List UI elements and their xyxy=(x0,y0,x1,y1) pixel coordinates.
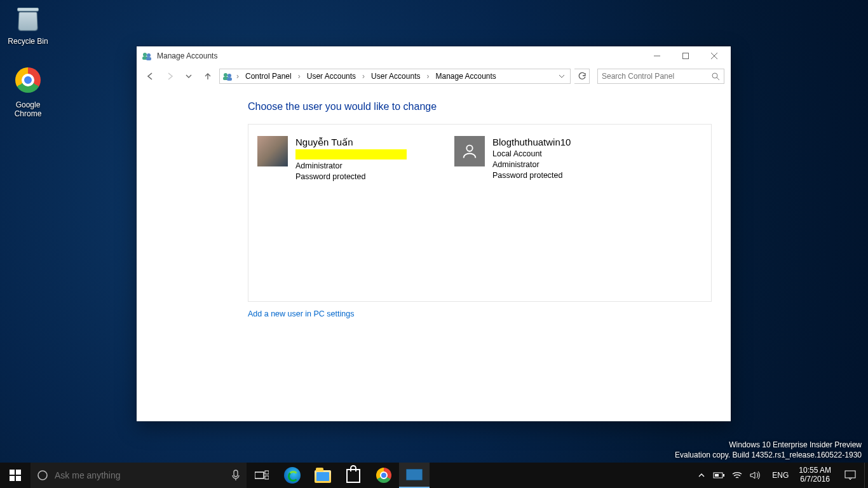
svg-rect-3 xyxy=(146,57,151,60)
chevron-right-icon[interactable]: › xyxy=(360,72,367,81)
show-desktop-button[interactable] xyxy=(864,463,868,488)
tray-overflow-button[interactable] xyxy=(693,463,710,488)
svg-point-14 xyxy=(466,146,472,151)
svg-point-1 xyxy=(147,53,151,57)
taskbar-chrome[interactable] xyxy=(369,463,399,488)
svg-point-9 xyxy=(227,74,231,78)
store-icon xyxy=(346,469,360,483)
taskbar-control-panel[interactable] xyxy=(399,463,430,488)
account-password-status: Password protected xyxy=(295,172,407,182)
svg-rect-20 xyxy=(234,470,238,477)
chevron-right-icon[interactable]: › xyxy=(424,72,431,81)
clock-time: 10:55 AM xyxy=(799,466,831,475)
chrome-icon xyxy=(376,468,391,483)
account-type: Local Account xyxy=(492,149,571,159)
redacted-text xyxy=(295,149,407,159)
close-button[interactable] xyxy=(700,46,728,65)
avatar xyxy=(257,136,288,166)
up-button[interactable] xyxy=(200,69,215,84)
back-button[interactable] xyxy=(143,69,158,84)
recycle-bin-icon xyxy=(13,4,43,34)
control-panel-window: Manage Accounts › Control Panel › User A… xyxy=(137,46,731,421)
svg-point-19 xyxy=(38,471,47,480)
wifi-icon[interactable] xyxy=(729,463,745,488)
taskbar-store[interactable] xyxy=(338,463,369,488)
svg-rect-26 xyxy=(715,474,719,477)
breadcrumb[interactable]: Control Panel xyxy=(243,71,294,82)
svg-rect-25 xyxy=(723,474,724,477)
action-center-button[interactable] xyxy=(836,463,864,488)
svg-rect-5 xyxy=(682,53,688,59)
chevron-right-icon[interactable]: › xyxy=(295,72,303,81)
maximize-button[interactable] xyxy=(671,46,700,65)
volume-icon[interactable] xyxy=(747,463,763,488)
control-panel-icon xyxy=(406,469,423,480)
task-view-button[interactable] xyxy=(247,463,277,488)
taskbar-file-explorer[interactable] xyxy=(308,463,338,488)
cortana-icon xyxy=(37,470,48,481)
breadcrumb[interactable]: User Accounts xyxy=(369,71,423,82)
watermark-line2: Evaluation copy. Build 14352.rs1_release… xyxy=(675,450,862,460)
page-heading: Choose the user you would like to change xyxy=(248,101,712,112)
system-tray xyxy=(689,463,767,488)
toolbar: › Control Panel › User Accounts › User A… xyxy=(137,65,731,87)
clock-date: 6/7/2016 xyxy=(799,475,831,484)
recycle-bin-label: Recycle Bin xyxy=(4,37,52,46)
taskbar: ENG 10:55 AM 6/7/2016 xyxy=(0,463,868,488)
forward-button[interactable] xyxy=(162,69,177,84)
svg-rect-18 xyxy=(16,476,21,481)
minimize-button[interactable] xyxy=(642,46,671,65)
account-tile[interactable]: Nguyễn Tuấn Administrator Password prote… xyxy=(257,136,429,290)
account-role: Administrator xyxy=(295,161,407,172)
search-icon[interactable] xyxy=(711,72,720,81)
address-bar[interactable]: › Control Panel › User Accounts › User A… xyxy=(219,69,571,84)
add-user-link[interactable]: Add a new user in PC settings xyxy=(248,309,354,318)
content-area: Choose the user you would like to change… xyxy=(137,87,731,421)
account-role: Administrator xyxy=(492,159,571,170)
chrome-icon xyxy=(13,67,43,98)
account-name: Blogthuthuatwin10 xyxy=(492,136,571,149)
edge-icon xyxy=(284,467,301,484)
breadcrumb[interactable]: Manage Accounts xyxy=(433,71,498,82)
window-title: Manage Accounts xyxy=(157,51,217,60)
address-dropdown-button[interactable] xyxy=(556,73,567,79)
folder-icon xyxy=(315,470,331,483)
account-password-status: Password protected xyxy=(492,170,571,181)
user-accounts-icon xyxy=(222,71,233,81)
refresh-button[interactable] xyxy=(574,69,590,84)
user-accounts-icon xyxy=(142,51,152,61)
svg-rect-16 xyxy=(16,470,21,475)
chevron-right-icon[interactable]: › xyxy=(234,72,241,81)
svg-rect-15 xyxy=(10,470,15,475)
titlebar[interactable]: Manage Accounts xyxy=(137,46,731,65)
watermark-line1: Windows 10 Enterprise Insider Preview xyxy=(675,440,862,450)
svg-point-8 xyxy=(224,73,227,77)
account-name: Nguyễn Tuấn xyxy=(295,136,407,149)
start-button[interactable] xyxy=(0,463,31,488)
svg-rect-27 xyxy=(845,471,855,478)
svg-rect-23 xyxy=(265,476,269,479)
accounts-grid: Nguyễn Tuấn Administrator Password prote… xyxy=(248,124,712,302)
windows-watermark: Windows 10 Enterprise Insider Preview Ev… xyxy=(675,440,862,460)
svg-rect-17 xyxy=(10,476,15,481)
svg-rect-22 xyxy=(265,471,269,474)
microphone-icon[interactable] xyxy=(231,470,240,481)
clock[interactable]: 10:55 AM 6/7/2016 xyxy=(794,463,836,488)
chrome-label: Google Chrome xyxy=(4,100,52,119)
desktop-icon-recycle-bin[interactable]: Recycle Bin xyxy=(4,4,52,46)
breadcrumb[interactable]: User Accounts xyxy=(304,71,358,82)
desktop-icon-chrome[interactable]: Google Chrome xyxy=(4,65,52,119)
svg-line-13 xyxy=(717,78,719,80)
recent-locations-button[interactable] xyxy=(181,69,196,84)
taskbar-edge[interactable] xyxy=(277,463,308,488)
battery-icon[interactable] xyxy=(711,463,728,488)
search-box[interactable] xyxy=(597,69,724,84)
account-tile[interactable]: Blogthuthuatwin10 Local Account Administ… xyxy=(454,136,626,290)
svg-point-12 xyxy=(712,73,717,78)
search-input[interactable] xyxy=(602,72,711,81)
svg-point-0 xyxy=(143,53,147,57)
language-indicator[interactable]: ENG xyxy=(767,463,794,488)
cortana-input[interactable] xyxy=(55,470,225,480)
svg-rect-11 xyxy=(227,78,232,81)
cortana-search[interactable] xyxy=(31,463,247,488)
